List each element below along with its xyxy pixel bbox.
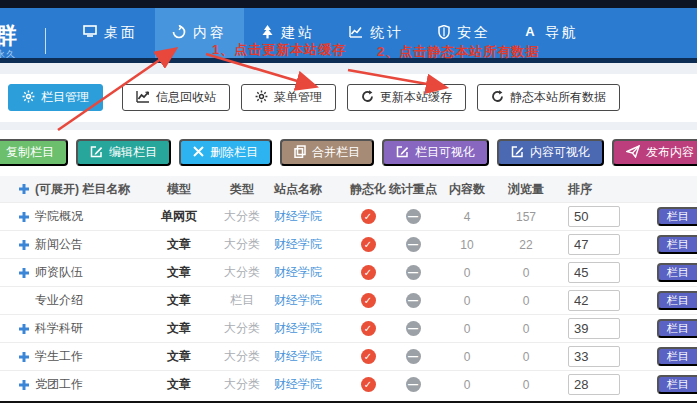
menu-item-icon — [261, 25, 274, 42]
toolbar-button-icon — [361, 90, 374, 106]
action-button[interactable]: 内容可视化 — [497, 139, 604, 166]
toolbar-button[interactable]: 静态本站所有数据 — [477, 84, 620, 111]
toolbar-button-label: 栏目管理 — [41, 89, 89, 106]
action-button[interactable]: 发布内容 — [612, 139, 697, 166]
cell-column-name: 学院概况 — [18, 208, 148, 225]
expand-row-plus-icon[interactable] — [18, 211, 30, 223]
expand-row-plus-icon[interactable] — [18, 239, 30, 251]
row-column-action-button[interactable]: 栏目 — [657, 235, 697, 254]
expand-row-plus-icon[interactable] — [18, 351, 30, 363]
table-row: 科学科研 文章 大分类 财经学院 ✓ — 0 0 — [0, 314, 697, 342]
order-input[interactable] — [568, 346, 620, 367]
cell-site-link[interactable]: 财经学院 — [274, 320, 348, 337]
svg-text:A: A — [525, 25, 537, 38]
column-name-label[interactable]: 新闻公告 — [35, 236, 83, 253]
static-on-icon[interactable]: ✓ — [361, 349, 376, 364]
cell-column-name: 学生工作 — [18, 348, 148, 365]
cell-model: 文章 — [148, 264, 210, 281]
stat-focus-off-icon[interactable]: — — [406, 265, 421, 280]
cell-column-name: 新闻公告 — [18, 236, 148, 253]
stat-focus-off-icon[interactable]: — — [406, 377, 421, 392]
brand-logo: 群 — [0, 20, 18, 51]
cell-type: 大分类 — [210, 320, 274, 337]
row-column-action-button[interactable]: 栏目 — [657, 347, 697, 366]
cell-site-link[interactable]: 财经学院 — [274, 236, 348, 253]
cell-content-count: 4 — [438, 210, 496, 224]
static-on-icon[interactable]: ✓ — [361, 377, 376, 392]
static-on-icon[interactable]: ✓ — [361, 209, 376, 224]
column-name-label[interactable]: 学生工作 — [35, 348, 83, 365]
order-input[interactable] — [568, 318, 620, 339]
row-column-action-button[interactable]: 栏目 — [657, 319, 697, 338]
cell-order — [556, 346, 652, 367]
expand-row-plus-icon[interactable] — [18, 323, 30, 335]
toolbar-button[interactable]: 菜单管理 — [241, 84, 336, 111]
action-button[interactable]: 编辑栏目 — [76, 139, 171, 166]
stat-focus-off-icon[interactable]: — — [406, 237, 421, 252]
toolbar-button[interactable]: 栏目管理 — [8, 84, 103, 111]
cell-site-link[interactable]: 财经学院 — [274, 208, 348, 225]
cell-views: 0 — [496, 266, 556, 280]
stat-focus-off-icon[interactable]: — — [406, 321, 421, 336]
action-button-label: 删除栏目 — [210, 144, 258, 161]
cell-content-count: 10 — [438, 238, 496, 252]
row-column-action-button[interactable]: 栏目 — [657, 207, 697, 226]
expand-row-plus-icon[interactable] — [18, 379, 30, 391]
cell-stat-focus: — — [388, 321, 438, 336]
toolbar-button[interactable]: 更新本站缓存 — [347, 84, 466, 111]
cell-type: 大分类 — [210, 236, 274, 253]
column-name-label[interactable]: 党团工作 — [35, 376, 83, 393]
cell-site-link[interactable]: 财经学院 — [274, 292, 348, 309]
expand-row-plus-icon[interactable] — [18, 267, 30, 279]
toolbar-button[interactable]: 信息回收站 — [122, 84, 230, 111]
action-button[interactable]: 合并栏目 — [280, 139, 374, 166]
static-on-icon[interactable]: ✓ — [361, 293, 376, 308]
order-input[interactable] — [568, 262, 620, 283]
header-model: 模型 — [148, 181, 210, 198]
static-on-icon[interactable]: ✓ — [361, 237, 376, 252]
cell-site-link[interactable]: 财经学院 — [274, 376, 348, 393]
action-button[interactable]: 复制栏目 — [0, 139, 68, 166]
window-top-strip — [0, 0, 697, 8]
stat-focus-off-icon[interactable]: — — [406, 349, 421, 364]
column-name-label[interactable]: 科学科研 — [35, 320, 83, 337]
row-column-action-button[interactable]: 栏目 — [657, 263, 697, 282]
cell-type: 栏目 — [210, 292, 274, 309]
cell-content-count: 0 — [438, 322, 496, 336]
cell-model: 单网页 — [148, 208, 210, 225]
table-row: 专业介绍 文章 栏目 财经学院 ✓ — 0 0 — [0, 286, 697, 314]
cell-type: 大分类 — [210, 208, 274, 225]
order-input[interactable] — [568, 374, 620, 395]
top-navbar: 群 永久 桌面 内容 建站 — [0, 8, 697, 58]
cell-content-count: 0 — [438, 350, 496, 364]
cell-views: 0 — [496, 350, 556, 364]
cell-site-link[interactable]: 财经学院 — [274, 348, 348, 365]
cell-site-link[interactable]: 财经学院 — [274, 264, 348, 281]
menu-item-label: 导航 — [545, 24, 579, 42]
row-column-action-button[interactable]: 栏目 — [657, 375, 697, 394]
static-on-icon[interactable]: ✓ — [361, 265, 376, 280]
action-button-label: 编辑栏目 — [109, 144, 157, 161]
cell-order — [556, 262, 652, 283]
menu-item-icon — [349, 25, 363, 41]
static-on-icon[interactable]: ✓ — [361, 321, 376, 336]
cell-order — [556, 318, 652, 339]
row-column-action-button[interactable]: 栏目 — [657, 291, 697, 310]
order-input[interactable] — [568, 206, 620, 227]
cell-column-name: 党团工作 — [18, 376, 148, 393]
row-action-label: 栏目 — [667, 321, 689, 336]
stat-focus-off-icon[interactable]: — — [406, 209, 421, 224]
column-name-label[interactable]: 学院概况 — [35, 208, 83, 225]
action-button[interactable]: 删除栏目 — [179, 139, 272, 166]
expand-all-plus-icon[interactable] — [18, 183, 30, 195]
toolbar-button-icon — [491, 90, 504, 106]
menu-item[interactable]: 桌面 — [66, 8, 155, 58]
action-button[interactable]: 栏目可视化 — [382, 139, 489, 166]
order-input[interactable] — [568, 290, 620, 311]
cell-model: 文章 — [148, 320, 210, 337]
column-name-label[interactable]: 专业介绍 — [35, 292, 83, 309]
order-input[interactable] — [568, 234, 620, 255]
stat-focus-off-icon[interactable]: — — [406, 293, 421, 308]
header-stat-focus: 统计重点 — [388, 181, 438, 198]
column-name-label[interactable]: 师资队伍 — [35, 264, 83, 281]
